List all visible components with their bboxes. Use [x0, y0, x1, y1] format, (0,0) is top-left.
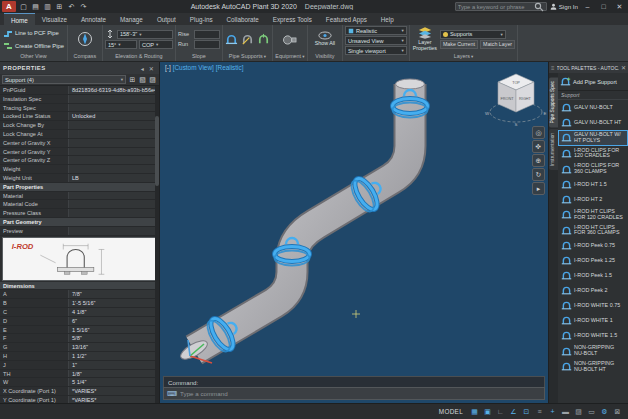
property-row[interactable]: Locked Line Status Unlocked	[0, 112, 159, 121]
ribbon-tab[interactable]: Visualize	[35, 13, 74, 25]
property-row[interactable]: F 5/8"	[0, 334, 159, 343]
selection-filter-dropdown[interactable]: Support (4)▾	[2, 75, 126, 84]
qat-icon[interactable]: ⊞	[54, 1, 65, 12]
property-row[interactable]: Dimensions	[0, 282, 159, 291]
help-search[interactable]	[455, 2, 547, 11]
status-icon[interactable]: ⊠	[611, 406, 624, 418]
status-icon[interactable]: ∟	[494, 406, 507, 418]
property-row[interactable]: Preview	[0, 227, 159, 236]
auto-hide-icon[interactable]: ◂	[138, 65, 147, 72]
match-layer-button[interactable]: Match Layer	[480, 40, 515, 49]
property-row[interactable]: J 1"	[0, 361, 159, 370]
selection-tool-icon[interactable]: ⊞	[128, 74, 137, 85]
status-icon[interactable]: +	[546, 406, 559, 418]
status-icon[interactable]: ▭	[585, 406, 598, 418]
status-icon[interactable]: ▣	[481, 406, 494, 418]
palette-tool[interactable]: I-ROD HT 2	[558, 192, 628, 207]
property-row[interactable]: Weight	[0, 165, 159, 174]
create-equipment-button[interactable]	[275, 33, 305, 46]
maximize-button[interactable]: □	[597, 3, 610, 10]
palette-tool[interactable]: I-ROD HT 1.5	[558, 177, 628, 192]
ribbon-tab[interactable]: Output	[150, 13, 183, 25]
3d-canvas[interactable]: W S E TOP FRONT RIGHT	[160, 62, 548, 403]
qat-icon[interactable]: ↷	[78, 1, 89, 12]
minimize-button[interactable]: –	[581, 3, 594, 10]
property-row[interactable]: Weight Unit LB	[0, 174, 159, 183]
sign-in-button[interactable]: Sign In	[550, 3, 578, 10]
property-row[interactable]: Center of Gravity Z	[0, 156, 159, 165]
qat-icon[interactable]: ▥	[42, 1, 53, 12]
property-row[interactable]: Lock Change At	[0, 130, 159, 139]
routing-reference-field[interactable]: COP▾	[139, 40, 173, 49]
search-input[interactable]	[458, 4, 534, 10]
viewport-controls-menu[interactable]: [-]	[165, 64, 171, 71]
nav-icon[interactable]: ▸	[532, 182, 545, 195]
ribbon-tab[interactable]: Featured Apps	[319, 13, 374, 25]
angle-field[interactable]: 15°▾	[105, 40, 137, 49]
qat-icon[interactable]: ▢	[18, 1, 29, 12]
palette-tool[interactable]: NON-GRIPPING NU-BOLT HT	[558, 359, 628, 375]
status-icon[interactable]: ▬	[559, 406, 572, 418]
property-row[interactable]: Center of Gravity X	[0, 139, 159, 148]
elevation-field[interactable]: 158'-3"▾	[117, 30, 173, 39]
property-row[interactable]: Tracing Spec	[0, 104, 159, 113]
palette-tool[interactable]: I-ROD HT CLIPS FOR 120 CRADLES	[558, 207, 628, 223]
selection-tool-icon[interactable]: ▨	[148, 74, 157, 85]
palette-tool[interactable]: I-ROD HT CLIPS FOR 360 CLAMPS	[558, 223, 628, 239]
palette-tool[interactable]: I-ROD Peek 0.75	[558, 238, 628, 253]
property-row[interactable]: Insulation Spec	[0, 95, 159, 104]
palette-tool[interactable]: I-ROD Peek 1.5	[558, 268, 628, 283]
palette-tool[interactable]: I-ROD CLIPS FOR 120 CRADLES	[558, 146, 628, 162]
status-icon[interactable]: ⊡	[520, 406, 533, 418]
viewport-config-dropdown[interactable]: Single viewport▾	[345, 46, 407, 55]
tool-palette-titlebar[interactable]: ≡ TOOL PALETTES - AUTOC... ✕	[549, 62, 628, 73]
ribbon-tab[interactable]: Collaborate	[220, 13, 266, 25]
close-button[interactable]: ✕	[613, 3, 626, 11]
close-icon[interactable]: ✕	[147, 65, 156, 72]
nav-icon[interactable]: ◎	[532, 126, 545, 139]
ribbon-tab[interactable]: Manage	[113, 13, 150, 25]
property-row[interactable]: Lock Change By	[0, 121, 159, 130]
property-row[interactable]: H 1 1/2"	[0, 352, 159, 361]
add-pipe-support-button[interactable]: Add Pipe Support	[558, 73, 628, 91]
property-row[interactable]: Material Code	[0, 200, 159, 209]
property-row[interactable]: X Coordinate (Port 1) *VARIES*	[0, 387, 159, 396]
palette-tool[interactable]: I-ROD WHITE 1.5	[558, 328, 628, 343]
compass-toggle-button[interactable]	[70, 31, 100, 47]
status-icon[interactable]: ∠	[507, 406, 520, 418]
palette-tool[interactable]: I-ROD Peek 1.25	[558, 253, 628, 268]
visual-style-controls-menu[interactable]: [Realistic]	[216, 64, 244, 71]
palette-tool[interactable]: GALV NU-BOLT W/ HT POLYS	[558, 130, 628, 146]
nav-icon[interactable]: ⊕	[532, 154, 545, 167]
named-view-dropdown[interactable]: Unsaved View▾	[345, 36, 407, 45]
view-cube[interactable]: W S E TOP FRONT RIGHT	[485, 74, 547, 127]
palette-tool[interactable]: NON-GRIPPING NU-BOLT	[558, 343, 628, 359]
scrollbar-thumb[interactable]	[155, 116, 159, 186]
palette-tab[interactable]: Instrumentation	[549, 129, 558, 170]
properties-palette-titlebar[interactable]: PROPERTIES ◂ ✕	[0, 62, 159, 74]
ribbon-tab[interactable]: Annotate	[74, 13, 113, 25]
view-controls-menu[interactable]: [Custom View]	[173, 64, 214, 71]
property-row[interactable]: Center of Gravity Y	[0, 148, 159, 157]
property-row[interactable]: D 6"	[0, 317, 159, 326]
property-row[interactable]: PnPGuid 8d21836d-6319-4d8b-a93b-b56e4c50…	[0, 86, 159, 95]
property-row[interactable]: A 7/8"	[0, 290, 159, 299]
make-current-button[interactable]: Make Current	[440, 40, 478, 49]
rise-field[interactable]	[194, 30, 220, 39]
status-icon[interactable]: ≡	[533, 406, 546, 418]
nav-icon[interactable]: ✜	[532, 140, 545, 153]
visual-style-dropdown[interactable]: Realistic▾	[345, 26, 407, 35]
palette-tool[interactable]: I-ROD Peek 2	[558, 283, 628, 298]
show-all-button[interactable]: Show All	[310, 31, 340, 47]
property-row[interactable]: E 1 5/16"	[0, 326, 159, 335]
ribbon-tab[interactable]: Plug-ins	[183, 13, 220, 25]
layer-properties-button[interactable]: Layer Properties	[412, 27, 438, 51]
status-icon[interactable]: ▦	[468, 406, 481, 418]
property-row[interactable]: Part Geometry	[0, 218, 159, 227]
status-icon[interactable]: ⚙	[598, 406, 611, 418]
property-row[interactable]: Part Properties	[0, 183, 159, 192]
scrollbar[interactable]	[155, 86, 159, 403]
property-row[interactable]: Pressure Class	[0, 209, 159, 218]
qat-icon[interactable]: ▤	[30, 1, 41, 12]
palette-tool[interactable]: GALV NU-BOLT HT	[558, 115, 628, 130]
